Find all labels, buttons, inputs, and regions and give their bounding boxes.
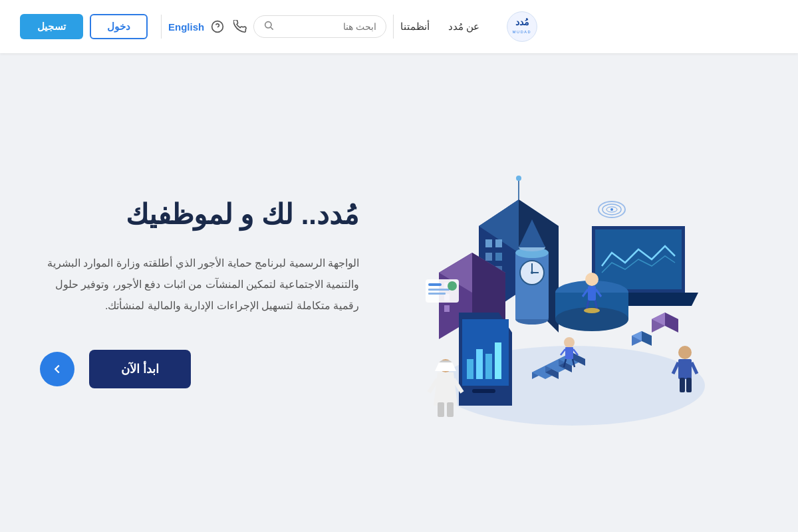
mudad-logo-icon: مُدد MUDAD xyxy=(506,11,538,43)
svg-rect-66 xyxy=(565,347,573,359)
svg-rect-77 xyxy=(472,389,495,393)
hero-cta: ابدأ الآن xyxy=(40,350,359,388)
nav-about[interactable]: عن مُدد xyxy=(448,21,479,33)
svg-point-65 xyxy=(564,337,575,348)
hero-section: مُدد.. لك و لموظفيك الواجهة الرسمية لبرن… xyxy=(0,53,798,532)
svg-point-3 xyxy=(265,22,271,28)
svg-rect-95 xyxy=(428,293,446,295)
svg-point-19 xyxy=(516,176,521,181)
svg-rect-91 xyxy=(686,378,692,392)
register-button[interactable]: تسجيل xyxy=(20,14,83,39)
svg-point-96 xyxy=(448,281,457,291)
svg-rect-26 xyxy=(444,305,450,312)
svg-rect-13 xyxy=(485,253,492,261)
svg-rect-74 xyxy=(476,349,483,379)
svg-point-49 xyxy=(584,308,600,313)
login-button[interactable]: دخول xyxy=(90,14,148,39)
svg-rect-94 xyxy=(428,289,450,291)
hero-title: مُدد.. لك و لموظفيك xyxy=(40,197,359,233)
start-arrow-button[interactable] xyxy=(40,352,74,386)
header-divider-2 xyxy=(161,15,162,39)
header: مُدد MUDAD عن مُدد أنظمتنا xyxy=(0,0,798,53)
hero-illustration xyxy=(386,120,758,466)
svg-point-100 xyxy=(610,208,613,211)
search-icon xyxy=(263,20,274,33)
logo-area: مُدد MUDAD xyxy=(506,11,538,43)
svg-rect-93 xyxy=(428,283,442,286)
svg-rect-84 xyxy=(438,402,444,417)
auth-buttons: دخول تسجيل xyxy=(20,14,148,39)
svg-rect-76 xyxy=(495,342,501,379)
svg-line-4 xyxy=(271,27,273,30)
svg-rect-75 xyxy=(485,354,492,379)
search-input[interactable] xyxy=(279,21,376,32)
header-divider xyxy=(393,15,394,39)
start-now-button[interactable]: ابدأ الآن xyxy=(89,350,191,388)
svg-marker-55 xyxy=(642,331,652,346)
svg-rect-87 xyxy=(678,359,692,379)
svg-rect-85 xyxy=(447,402,454,417)
svg-rect-44 xyxy=(588,286,596,301)
svg-rect-14 xyxy=(495,253,502,261)
search-wrapper xyxy=(253,15,386,38)
hero-content: مُدد.. لك و لموظفيك الواجهة الرسمية لبرن… xyxy=(40,197,386,389)
nav-our-system[interactable]: أنظمتنا xyxy=(400,21,430,33)
svg-marker-52 xyxy=(665,313,678,332)
language-toggle[interactable]: English xyxy=(168,21,204,33)
main-nav: عن مُدد أنظمتنا xyxy=(400,21,479,33)
svg-text:MUDAD: MUDAD xyxy=(513,30,532,34)
svg-rect-11 xyxy=(485,239,492,247)
svg-point-43 xyxy=(585,273,598,286)
svg-rect-73 xyxy=(467,359,473,379)
header-icons xyxy=(211,20,247,33)
svg-marker-79 xyxy=(434,372,458,406)
phone-icon[interactable] xyxy=(233,20,247,33)
hero-subtitle: الواجهة الرسمية لبرنامج حماية الأجور الذ… xyxy=(40,253,359,317)
svg-marker-80 xyxy=(435,362,456,371)
svg-text:مُدد: مُدد xyxy=(515,17,529,27)
svg-point-86 xyxy=(678,346,692,359)
svg-rect-12 xyxy=(495,239,502,247)
help-icon[interactable] xyxy=(211,20,224,33)
city-illustration xyxy=(399,120,745,466)
svg-rect-90 xyxy=(680,378,685,392)
svg-marker-81 xyxy=(439,360,452,362)
